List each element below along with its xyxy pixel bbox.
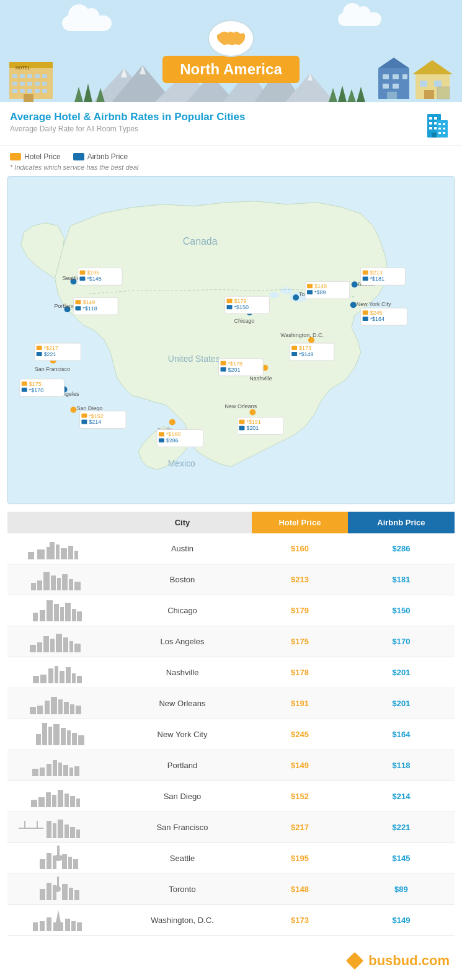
svg-rect-174: [74, 551, 78, 559]
city-skyline-washington,-d.c.: [7, 905, 113, 936]
svg-rect-116: [37, 352, 42, 356]
svg-rect-161: [363, 276, 368, 281]
svg-rect-243: [47, 821, 51, 838]
table-header-city: City: [113, 512, 252, 533]
svg-rect-66: [438, 128, 441, 129]
table-row: Los Angeles $175 $170: [7, 626, 455, 657]
svg-rect-154: [307, 284, 313, 288]
svg-rect-221: [72, 733, 77, 745]
cloud-right: [338, 12, 381, 26]
svg-point-101: [350, 302, 357, 308]
svg-marker-33: [74, 87, 83, 102]
svg-rect-218: [53, 724, 60, 745]
svg-rect-207: [33, 676, 39, 683]
svg-rect-188: [72, 609, 76, 621]
hotel-price-cell: $245: [252, 719, 348, 750]
table-row: Boston $213 $181: [7, 564, 455, 595]
svg-rect-268: [65, 919, 70, 931]
svg-text:$195: $195: [87, 269, 99, 276]
svg-rect-234: [58, 790, 63, 807]
svg-text:New York City: New York City: [357, 301, 391, 307]
city-skyline-new-york-city: [7, 719, 113, 750]
svg-rect-199: [30, 645, 36, 652]
hotel-price-cell: $179: [252, 595, 348, 626]
svg-rect-65: [443, 123, 445, 125]
city-name-cell: Washington, D.C.: [113, 905, 252, 936]
svg-rect-184: [47, 600, 53, 621]
svg-rect-15: [27, 89, 32, 93]
svg-rect-261: [62, 884, 68, 900]
legend-hotel-label: Hotel Price: [24, 152, 61, 161]
svg-text:$213: $213: [370, 269, 383, 276]
svg-rect-200: [48, 668, 53, 683]
svg-rect-195: [63, 637, 68, 652]
svg-marker-39: [357, 87, 365, 102]
legend-airbnb: Airbnb Price: [73, 152, 128, 161]
hotel-color-swatch: [10, 153, 21, 160]
city-skyline-boston: [7, 564, 113, 595]
svg-rect-194: [56, 634, 62, 652]
svg-rect-204: [72, 673, 76, 683]
map-container: Canada United States Mexico Seattle Port…: [7, 176, 455, 504]
svg-text:Canada: Canada: [183, 236, 218, 247]
svg-rect-67: [443, 128, 445, 129]
city-name-cell: Los Angeles: [113, 626, 252, 657]
table-row: New Orleans $191 $201: [7, 688, 455, 719]
svg-rect-17: [42, 89, 47, 93]
svg-rect-196: [69, 641, 73, 652]
svg-rect-229: [74, 766, 79, 776]
svg-rect-44: [402, 74, 407, 79]
hotel-price-cell: $191: [252, 688, 348, 719]
svg-rect-246: [64, 825, 69, 838]
svg-text:*$118: *$118: [82, 305, 97, 312]
svg-text:$175: $175: [29, 381, 42, 387]
rates-table: City Hotel Price Airbnb Price Austin $16…: [7, 512, 455, 936]
svg-rect-201: [55, 666, 58, 683]
hotel-price-cell: $173: [252, 905, 348, 936]
svg-rect-203: [66, 667, 71, 683]
svg-rect-192: [43, 636, 49, 652]
svg-rect-62: [432, 133, 437, 138]
svg-rect-10: [27, 82, 32, 85]
svg-rect-180: [69, 579, 73, 590]
city-name-cell: New York City: [113, 719, 252, 750]
table-header-airbnb: Airbnb Price: [348, 512, 455, 533]
svg-marker-265: [56, 910, 61, 922]
hotel-price-cell: $149: [252, 750, 348, 781]
svg-rect-232: [46, 792, 51, 807]
svg-rect-217: [48, 727, 52, 745]
svg-rect-166: [363, 317, 368, 321]
svg-rect-227: [63, 765, 68, 776]
section-subtitle: Average Daily Rate for All Room Types: [10, 125, 245, 133]
svg-marker-37: [338, 85, 347, 102]
svg-rect-219: [61, 728, 66, 745]
svg-rect-3: [12, 74, 17, 78]
svg-point-87: [169, 419, 175, 426]
city-name-cell: New Orleans: [113, 688, 252, 719]
svg-text:*$145: *$145: [87, 276, 101, 282]
busbud-logo: busbud.com: [346, 952, 450, 969]
svg-rect-256: [40, 859, 45, 869]
legend: Hotel Price Airbnb Price: [0, 146, 462, 164]
svg-rect-259: [47, 883, 51, 900]
airbnb-price-cell: $149: [348, 905, 455, 936]
table-row: Austin $160 $286: [7, 533, 455, 564]
svg-marker-36: [329, 88, 337, 102]
svg-rect-197: [74, 644, 81, 652]
svg-rect-252: [53, 855, 56, 869]
svg-text:*$178: *$178: [228, 361, 242, 367]
svg-text:HOTEL: HOTEL: [16, 66, 30, 70]
svg-text:$148: $148: [314, 283, 327, 289]
svg-text:$221: $221: [44, 351, 56, 357]
svg-rect-255: [73, 859, 78, 869]
svg-rect-216: [42, 723, 47, 745]
svg-rect-173: [68, 546, 73, 559]
airbnb-price-cell: $145: [348, 843, 455, 874]
table-row: Washington, D.C. $173 $149: [7, 905, 455, 936]
svg-rect-68: [438, 132, 441, 134]
svg-rect-211: [64, 702, 69, 714]
svg-text:Portland: Portland: [55, 303, 75, 309]
svg-rect-111: [75, 306, 81, 310]
svg-rect-168: [50, 542, 55, 559]
svg-point-99: [352, 281, 358, 287]
